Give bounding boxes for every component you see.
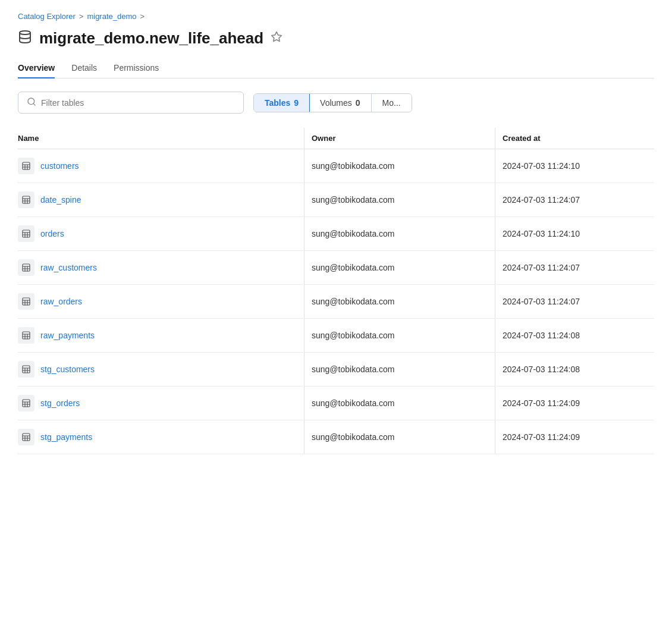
table-row: customers sung@tobikodata.com2024-07-03 … <box>18 149 654 183</box>
table-name-cell: stg_orders <box>18 395 297 411</box>
breadcrumb-sep-2: > <box>140 12 145 21</box>
table-icon <box>18 158 34 174</box>
table-created-at: 2024-07-03 11:24:07 <box>495 285 655 319</box>
table-name-link[interactable]: date_spine <box>40 195 81 205</box>
tab-overview[interactable]: Overview <box>18 58 55 78</box>
svg-rect-39 <box>23 400 30 407</box>
table-created-at: 2024-07-03 11:24:09 <box>495 420 655 454</box>
table-owner: sung@tobikodata.com <box>304 353 495 387</box>
table-name-link[interactable]: stg_payments <box>40 432 92 442</box>
svg-rect-14 <box>23 230 30 237</box>
table-row: date_spine sung@tobikodata.com2024-07-03… <box>18 183 654 217</box>
table-name-link[interactable]: raw_payments <box>40 331 95 340</box>
tabs: Overview Details Permissions <box>18 58 654 78</box>
table-name-cell: stg_payments <box>18 429 297 445</box>
table-name-link[interactable]: stg_orders <box>40 398 80 408</box>
tables-count: 9 <box>294 98 299 108</box>
table-row: raw_payments sung@tobikodata.com2024-07-… <box>18 319 654 353</box>
table-icon <box>18 327 34 344</box>
table-name-cell: orders <box>18 225 297 242</box>
more-label: Mo... <box>382 98 401 108</box>
table-row: raw_orders sung@tobikodata.com2024-07-03… <box>18 285 654 319</box>
table-row: raw_customers sung@tobikodata.com2024-07… <box>18 251 654 285</box>
table-created-at: 2024-07-03 11:24:07 <box>495 183 655 217</box>
svg-rect-34 <box>23 366 30 373</box>
col-header-created-at: Created at <box>495 128 655 149</box>
table-owner: sung@tobikodata.com <box>304 319 495 353</box>
tab-permissions[interactable]: Permissions <box>114 58 159 78</box>
filter-row: Tables 9 Volumes 0 Mo... <box>18 92 654 114</box>
table-icon <box>18 293 34 310</box>
svg-rect-4 <box>23 162 30 169</box>
database-icon <box>18 30 32 48</box>
table-name-link[interactable]: customers <box>40 161 79 171</box>
table-name-cell: raw_customers <box>18 259 297 276</box>
filter-tables-input[interactable] <box>41 98 235 108</box>
tab-details[interactable]: Details <box>71 58 97 78</box>
table-owner: sung@tobikodata.com <box>304 183 495 217</box>
table-row: stg_customers sung@tobikodata.com2024-07… <box>18 353 654 387</box>
table-icon <box>18 429 34 445</box>
star-icon[interactable] <box>271 31 282 46</box>
volumes-view-button[interactable]: Volumes 0 <box>309 94 372 112</box>
table-name-link[interactable]: raw_orders <box>40 297 82 306</box>
svg-rect-29 <box>23 332 30 339</box>
table-created-at: 2024-07-03 11:24:10 <box>495 149 655 183</box>
tables-table: Name Owner Created at customers sung@tob… <box>18 128 654 454</box>
table-name-link[interactable]: raw_customers <box>40 263 97 272</box>
volumes-label: Volumes <box>320 98 352 108</box>
col-header-owner: Owner <box>304 128 495 149</box>
table-icon <box>18 361 34 378</box>
table-owner: sung@tobikodata.com <box>304 420 495 454</box>
svg-marker-1 <box>272 32 282 42</box>
breadcrumb-catalog-explorer[interactable]: Catalog Explorer <box>18 12 76 21</box>
table-row: stg_orders sung@tobikodata.com2024-07-03… <box>18 387 654 420</box>
table-created-at: 2024-07-03 11:24:07 <box>495 251 655 285</box>
table-icon <box>18 395 34 411</box>
breadcrumb: Catalog Explorer > migrate_demo > <box>18 12 654 21</box>
table-created-at: 2024-07-03 11:24:10 <box>495 217 655 251</box>
table-created-at: 2024-07-03 11:24:08 <box>495 353 655 387</box>
table-owner: sung@tobikodata.com <box>304 149 495 183</box>
search-icon <box>27 97 36 108</box>
svg-rect-24 <box>23 298 30 305</box>
table-owner: sung@tobikodata.com <box>304 387 495 420</box>
svg-line-3 <box>33 103 35 105</box>
table-owner: sung@tobikodata.com <box>304 285 495 319</box>
table-name-cell: customers <box>18 158 297 174</box>
table-icon <box>18 191 34 208</box>
more-view-button[interactable]: Mo... <box>372 94 412 112</box>
svg-rect-44 <box>23 433 30 441</box>
table-row: orders sung@tobikodata.com2024-07-03 11:… <box>18 217 654 251</box>
col-header-name: Name <box>18 128 304 149</box>
page-title: migrate_demo.new_life_ahead <box>39 29 263 48</box>
svg-rect-9 <box>23 196 30 203</box>
table-name-link[interactable]: orders <box>40 229 64 238</box>
table-name-cell: stg_customers <box>18 361 297 378</box>
breadcrumb-migrate-demo[interactable]: migrate_demo <box>87 12 136 21</box>
view-buttons: Tables 9 Volumes 0 Mo... <box>253 93 412 112</box>
search-box <box>18 92 244 114</box>
page-title-row: migrate_demo.new_life_ahead <box>18 29 654 48</box>
svg-point-0 <box>20 31 30 34</box>
table-created-at: 2024-07-03 11:24:08 <box>495 319 655 353</box>
table-name-cell: raw_payments <box>18 327 297 344</box>
volumes-count: 0 <box>356 98 360 108</box>
table-name-cell: date_spine <box>18 191 297 208</box>
table-icon <box>18 225 34 242</box>
table-row: stg_payments sung@tobikodata.com2024-07-… <box>18 420 654 454</box>
svg-rect-19 <box>23 264 30 271</box>
breadcrumb-sep-1: > <box>79 12 84 21</box>
table-name-link[interactable]: stg_customers <box>40 365 95 374</box>
table-icon <box>18 259 34 276</box>
tables-view-button[interactable]: Tables 9 <box>253 93 310 112</box>
table-owner: sung@tobikodata.com <box>304 251 495 285</box>
table-name-cell: raw_orders <box>18 293 297 310</box>
table-owner: sung@tobikodata.com <box>304 217 495 251</box>
table-created-at: 2024-07-03 11:24:09 <box>495 387 655 420</box>
tables-label: Tables <box>265 98 290 108</box>
